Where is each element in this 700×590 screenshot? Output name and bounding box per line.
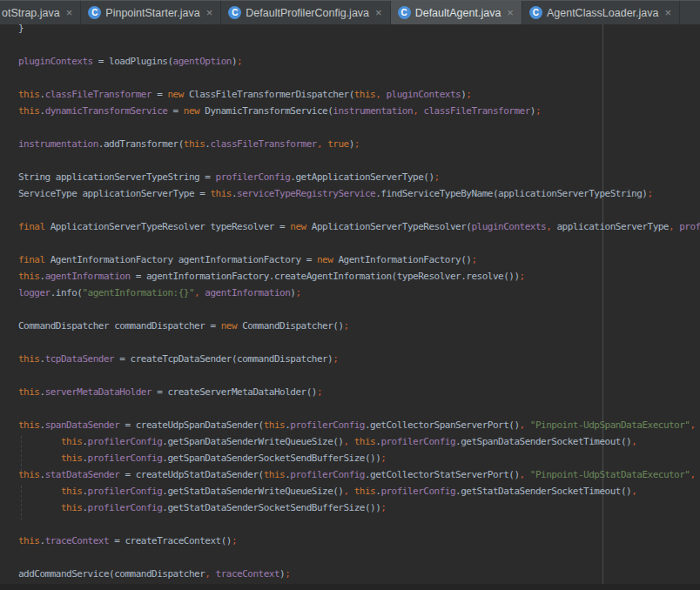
tab-close-icon[interactable]: × — [375, 7, 382, 18]
tab-label: DefaultAgent.java — [415, 7, 501, 19]
code-line[interactable] — [18, 37, 700, 53]
code-line[interactable]: this.statDataSender = createUdpStatDataS… — [18, 466, 700, 483]
tab-otstrap-java[interactable]: otStrap.java× — [0, 1, 81, 24]
code-line[interactable]: String applicationServerTypeString = pro… — [18, 169, 700, 185]
java-class-icon: C — [398, 6, 411, 19]
tab-close-icon[interactable]: × — [66, 7, 73, 18]
code-line[interactable] — [18, 549, 700, 566]
code-line[interactable] — [18, 301, 700, 318]
code-line[interactable]: this.profilerConfig.getSpanDataSenderSoc… — [18, 450, 700, 466]
code-line[interactable]: this.tcpDataSender = createTcpDataSender… — [18, 351, 700, 367]
tab-pinpointstarter-java[interactable]: CPinpointStarter.java× — [81, 1, 221, 24]
code-line[interactable]: this.classFileTransformer = new ClassFil… — [18, 86, 700, 103]
code-line[interactable]: this.profilerConfig.getSpanDataSenderWri… — [18, 433, 700, 450]
editor-tab-bar: otStrap.java×CPinpointStarter.java×CDefa… — [0, 0, 700, 24]
code-line[interactable]: this.serverMetaDataHolder = createServer… — [18, 384, 700, 400]
code-line[interactable]: pluginContexts = loadPlugins(agentOption… — [18, 53, 700, 70]
code-line[interactable] — [18, 516, 700, 533]
tab-label: DefaultProfilerConfig.java — [246, 7, 369, 19]
code-line[interactable]: instrumentation.addTransformer(this.clas… — [18, 136, 700, 152]
code-line[interactable] — [18, 334, 700, 351]
tab-close-icon[interactable]: × — [206, 7, 213, 18]
tab-agentclassloader-java[interactable]: CAgentClassLoader.java× — [522, 1, 680, 24]
code-line[interactable]: addCommandService(commandDispatcher, tra… — [18, 566, 700, 582]
code-line[interactable]: final AgentInformationFactory agentInfor… — [18, 251, 700, 268]
code-line[interactable] — [18, 119, 700, 136]
java-class-icon: C — [88, 6, 101, 19]
code-line[interactable]: ServiceType applicationServerType = this… — [18, 185, 700, 202]
code-line[interactable]: this.profilerConfig.getStatDataSenderSoc… — [18, 499, 700, 516]
code-line[interactable]: this.spanDataSender = createUdpSpanDataS… — [18, 417, 700, 433]
code-line[interactable] — [18, 202, 700, 218]
tab-defaultagent-java[interactable]: CDefaultAgent.java× — [391, 1, 522, 24]
code-line[interactable]: this.profilerConfig.getStatDataSenderWri… — [18, 483, 700, 499]
java-class-icon: C — [228, 6, 241, 19]
tab-label: PinpointStarter.java — [105, 7, 199, 19]
code-line[interactable]: this.agentInformation = agentInformation… — [18, 268, 700, 285]
code-line[interactable]: this.dynamicTransformService = new Dynam… — [18, 103, 700, 119]
code-line[interactable]: this.traceContext = createTraceContext()… — [18, 533, 700, 549]
code-line[interactable]: final ApplicationServerTypeResolver type… — [18, 218, 700, 235]
code-line[interactable]: CommandDispatcher commandDispatcher = ne… — [18, 318, 700, 334]
code-editor[interactable]: } pluginContexts = loadPlugins(agentOpti… — [0, 24, 700, 590]
java-class-icon: C — [529, 6, 542, 19]
code-line[interactable] — [18, 70, 700, 86]
code-line[interactable] — [18, 400, 700, 417]
tab-close-icon[interactable]: × — [665, 7, 672, 18]
tab-close-icon[interactable]: × — [507, 7, 514, 18]
code-line[interactable]: } — [18, 24, 700, 37]
tab-label: otStrap.java — [2, 7, 60, 19]
tab-label: AgentClassLoader.java — [547, 7, 659, 19]
code-line[interactable] — [18, 367, 700, 384]
editor-bottom-edge — [0, 584, 700, 590]
code-line[interactable] — [18, 235, 700, 251]
code-area: } pluginContexts = loadPlugins(agentOpti… — [0, 24, 700, 582]
code-line[interactable]: logger.info("agentInformation:{}", agent… — [18, 285, 700, 301]
tab-defaultprofilerconfig-java[interactable]: CDefaultProfilerConfig.java× — [221, 1, 390, 24]
code-line[interactable] — [18, 152, 700, 169]
